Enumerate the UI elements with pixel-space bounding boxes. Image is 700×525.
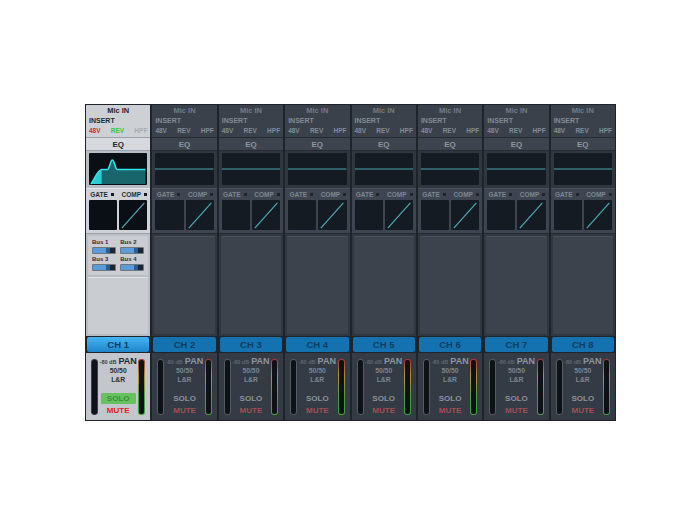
comp-graph[interactable]	[451, 200, 479, 230]
gate-graph[interactable]	[222, 200, 250, 230]
gate-graph[interactable]	[487, 200, 515, 230]
channel-strip[interactable]: Mic IN INSERT 48V REV HPF EQ	[285, 105, 349, 420]
hpf-button[interactable]: HPF	[466, 127, 479, 135]
phantom-48v-button[interactable]: 48V	[89, 127, 101, 135]
eq-graph[interactable]	[222, 153, 280, 185]
bus-send[interactable]: Bus 3	[92, 256, 116, 271]
channel-select-button[interactable]: CH 7	[485, 337, 547, 352]
channel-fader[interactable]	[489, 359, 496, 415]
insert-button[interactable]: INSERT	[89, 117, 147, 125]
channel-fader[interactable]	[357, 359, 364, 415]
bus-send-slider[interactable]	[120, 264, 144, 271]
insert-button[interactable]: INSERT	[487, 117, 545, 125]
channel-strip[interactable]: Mic IN INSERT 48V REV HPF EQ	[152, 105, 216, 420]
reverb-button[interactable]: REV	[111, 127, 124, 135]
mute-button[interactable]: MUTE	[107, 405, 130, 416]
hpf-button[interactable]: HPF	[201, 127, 214, 135]
eq-thumbnail[interactable]	[352, 151, 416, 188]
channel-select-button[interactable]: CH 2	[153, 337, 215, 352]
eq-graph[interactable]	[89, 153, 147, 185]
insert-button[interactable]: INSERT	[421, 117, 479, 125]
solo-button[interactable]: SOLO	[565, 393, 600, 404]
phantom-48v-button[interactable]: 48V	[421, 127, 433, 135]
gate-graph[interactable]	[89, 200, 117, 230]
bus-send[interactable]: Bus 4	[120, 256, 144, 271]
phantom-48v-button[interactable]: 48V	[155, 127, 167, 135]
reverb-button[interactable]: REV	[310, 127, 323, 135]
channel-select-button[interactable]: CH 8	[552, 337, 614, 352]
eq-thumbnail[interactable]	[86, 151, 150, 188]
solo-button[interactable]: SOLO	[234, 393, 269, 404]
comp-graph[interactable]	[584, 200, 612, 230]
hpf-button[interactable]: HPF	[267, 127, 280, 135]
solo-button[interactable]: SOLO	[300, 393, 335, 404]
mute-button[interactable]: MUTE	[240, 405, 263, 416]
comp-graph[interactable]	[252, 200, 280, 230]
gate-graph[interactable]	[288, 200, 316, 230]
insert-button[interactable]: INSERT	[288, 117, 346, 125]
insert-button[interactable]: INSERT	[355, 117, 413, 125]
hpf-button[interactable]: HPF	[533, 127, 546, 135]
comp-graph[interactable]	[186, 200, 214, 230]
comp-graph[interactable]	[385, 200, 413, 230]
eq-graph[interactable]	[554, 153, 612, 185]
channel-fader[interactable]	[556, 359, 563, 415]
solo-button[interactable]: SOLO	[499, 393, 534, 404]
channel-select-button[interactable]: CH 3	[220, 337, 282, 352]
bus-send[interactable]: Bus 1	[92, 239, 116, 254]
channel-strip[interactable]: Mic IN INSERT 48V REV HPF EQ	[86, 105, 150, 420]
eq-graph[interactable]	[487, 153, 545, 185]
channel-fader[interactable]	[290, 359, 297, 415]
gate-graph[interactable]	[155, 200, 183, 230]
channel-select-button[interactable]: CH 6	[419, 337, 481, 352]
eq-thumbnail[interactable]	[484, 151, 548, 188]
channel-fader[interactable]	[224, 359, 231, 415]
mute-button[interactable]: MUTE	[173, 405, 196, 416]
solo-button[interactable]: SOLO	[167, 393, 202, 404]
channel-select-button[interactable]: CH 1	[87, 337, 149, 352]
eq-thumbnail[interactable]	[219, 151, 283, 188]
phantom-48v-button[interactable]: 48V	[222, 127, 234, 135]
insert-button[interactable]: INSERT	[554, 117, 612, 125]
channel-fader[interactable]	[91, 359, 98, 415]
channel-fader[interactable]	[423, 359, 430, 415]
bus-send-slider[interactable]	[92, 264, 116, 271]
eq-graph[interactable]	[288, 153, 346, 185]
gate-graph[interactable]	[355, 200, 383, 230]
solo-button[interactable]: SOLO	[366, 393, 401, 404]
eq-thumbnail[interactable]	[418, 151, 482, 188]
channel-strip[interactable]: Mic IN INSERT 48V REV HPF EQ	[219, 105, 283, 420]
eq-graph[interactable]	[155, 153, 213, 185]
channel-strip[interactable]: Mic IN INSERT 48V REV HPF EQ	[418, 105, 482, 420]
eq-thumbnail[interactable]	[152, 151, 216, 188]
bus-send[interactable]: Bus 2	[120, 239, 144, 254]
insert-button[interactable]: INSERT	[222, 117, 280, 125]
hpf-button[interactable]: HPF	[333, 127, 346, 135]
channel-strip[interactable]: Mic IN INSERT 48V REV HPF EQ	[551, 105, 615, 420]
channel-fader[interactable]	[157, 359, 164, 415]
comp-graph[interactable]	[517, 200, 545, 230]
phantom-48v-button[interactable]: 48V	[355, 127, 367, 135]
channel-select-button[interactable]: CH 4	[286, 337, 348, 352]
mute-button[interactable]: MUTE	[306, 405, 329, 416]
channel-strip[interactable]: Mic IN INSERT 48V REV HPF EQ	[484, 105, 548, 420]
insert-button[interactable]: INSERT	[155, 117, 213, 125]
phantom-48v-button[interactable]: 48V	[487, 127, 499, 135]
mute-button[interactable]: MUTE	[372, 405, 395, 416]
reverb-button[interactable]: REV	[509, 127, 522, 135]
comp-graph[interactable]	[119, 200, 147, 230]
hpf-button[interactable]: HPF	[134, 127, 147, 135]
reverb-button[interactable]: REV	[575, 127, 588, 135]
bus-send-slider[interactable]	[120, 247, 144, 254]
reverb-button[interactable]: REV	[443, 127, 456, 135]
hpf-button[interactable]: HPF	[400, 127, 413, 135]
reverb-button[interactable]: REV	[244, 127, 257, 135]
phantom-48v-button[interactable]: 48V	[288, 127, 300, 135]
comp-graph[interactable]	[318, 200, 346, 230]
mute-button[interactable]: MUTE	[505, 405, 528, 416]
bus-send-slider[interactable]	[92, 247, 116, 254]
eq-graph[interactable]	[355, 153, 413, 185]
reverb-button[interactable]: REV	[376, 127, 389, 135]
reverb-button[interactable]: REV	[177, 127, 190, 135]
channel-strip[interactable]: Mic IN INSERT 48V REV HPF EQ	[352, 105, 416, 420]
